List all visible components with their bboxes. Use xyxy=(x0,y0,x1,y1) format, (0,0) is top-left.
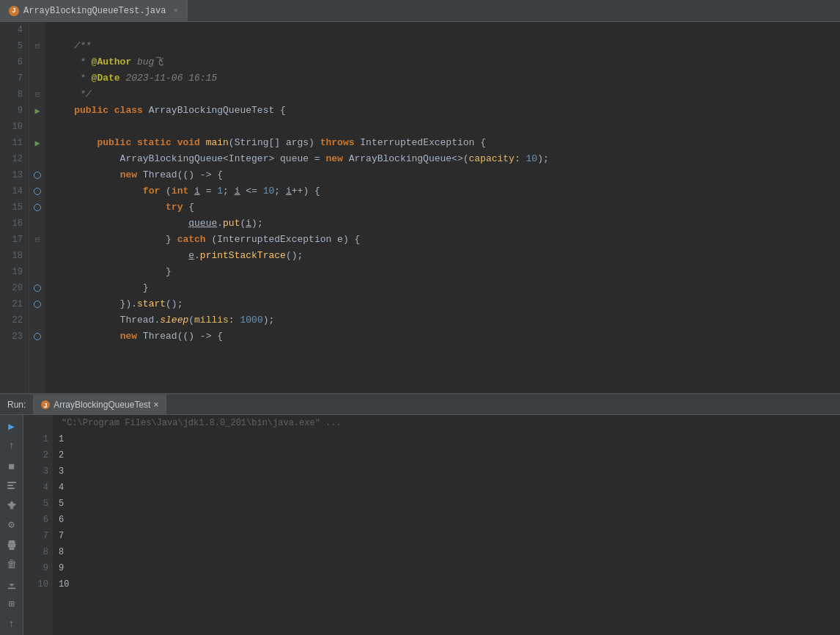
run-tab[interactable]: J ArrayBlockingQueueTest × xyxy=(33,394,166,414)
run-content: ▶ ↑ ◼ ⚙ xyxy=(0,415,840,635)
output-line-6: 6 xyxy=(59,512,840,528)
code-line-11: public static void main(String[] args) t… xyxy=(51,135,840,151)
code-line-12: ArrayBlockingQueue<Integer> queue = new … xyxy=(51,151,840,167)
code-line-18: e.printStackTrace(); xyxy=(51,248,840,264)
output-content: "C:\Program Files\Java\jdk1.8.0_201\bin\… xyxy=(53,415,840,635)
java-run-icon: J xyxy=(40,400,51,410)
breakpoint-15[interactable] xyxy=(34,204,41,211)
gutter: ⊟ ⊟ ▶ ▶ ⊟ xyxy=(29,22,45,393)
code-line-9: public class ArrayBlockingQueueTest { xyxy=(51,103,840,119)
svg-rect-6 xyxy=(9,547,14,550)
code-line-19: } xyxy=(51,264,840,280)
editor-tab[interactable]: J ArrayBlockingQueueTest.java × xyxy=(0,0,188,21)
output-path-line: "C:\Program Files\Java\jdk1.8.0_201\bin\… xyxy=(59,415,840,431)
run-tab-label: ArrayBlockingQueueTest xyxy=(54,400,150,410)
stop-button[interactable]: ◼ xyxy=(4,459,19,473)
code-line-22: Thread.sleep(millis: 1000); xyxy=(51,312,840,328)
up-button[interactable]: ↑ xyxy=(4,439,19,453)
output-line-7: 7 xyxy=(59,528,840,544)
run-panel: Run: J ArrayBlockingQueueTest × ▶ ↑ ◼ xyxy=(0,393,840,635)
run-button[interactable]: ▶ xyxy=(4,419,19,433)
code-line-23: new Thread(() -> { xyxy=(51,328,840,345)
output-line-10: 10 xyxy=(59,576,840,592)
breakpoint-23[interactable] xyxy=(34,333,41,340)
code-line-15: try { xyxy=(51,199,840,216)
settings-button[interactable]: ⚙ xyxy=(4,518,19,532)
code-container: 4 5 6 7 8 9 10 11 12 13 14 15 16 17 18 1… xyxy=(0,22,840,393)
svg-rect-7 xyxy=(7,587,15,589)
breakpoint-21[interactable] xyxy=(34,301,41,308)
grid-button[interactable]: ⊞ xyxy=(4,597,19,611)
output-line-4: 4 xyxy=(59,480,840,496)
code-line-6: * @Author bug飞 xyxy=(51,54,840,70)
print-button[interactable] xyxy=(4,537,19,551)
svg-rect-3 xyxy=(7,485,13,486)
output-line-8: 8 xyxy=(59,544,840,560)
run-output: 1 2 3 4 5 6 7 8 9 10 "C:\Program Files\J… xyxy=(23,415,840,635)
svg-rect-4 xyxy=(7,488,15,489)
run-tab-bar: Run: J ArrayBlockingQueueTest × xyxy=(0,394,840,415)
code-line-14: for (int i = 1; i <= 10; i++) { xyxy=(51,183,840,199)
pin-button[interactable] xyxy=(4,499,19,513)
svg-rect-5 xyxy=(8,540,15,543)
code-line-8: */ xyxy=(51,87,840,103)
breakpoint-14[interactable] xyxy=(34,188,41,195)
code-line-13: new Thread(() -> { xyxy=(51,167,840,183)
editor-area: 4 5 6 7 8 9 10 11 12 13 14 15 16 17 18 1… xyxy=(0,22,840,635)
output-line-5: 5 xyxy=(59,496,840,512)
code-line-20: } xyxy=(51,280,840,296)
fold-icon-17[interactable]: ⊟ xyxy=(35,235,40,244)
code-line-16: queue.put(i); xyxy=(51,216,840,232)
svg-text:J: J xyxy=(44,402,48,409)
line-numbers: 4 5 6 7 8 9 10 11 12 13 14 15 16 17 18 1… xyxy=(0,22,29,393)
output-line-2: 2 xyxy=(59,447,840,463)
fold-icon-8[interactable]: ⊟ xyxy=(35,90,40,99)
code-line-21: }).start(); xyxy=(51,296,840,312)
output-line-9: 9 xyxy=(59,560,840,576)
run-gutter-icon-11[interactable]: ▶ xyxy=(34,138,40,149)
tab-label: ArrayBlockingQueueTest.java xyxy=(23,6,166,16)
close-run-button[interactable]: ↑ xyxy=(4,617,19,631)
breakpoint-13[interactable] xyxy=(34,172,41,179)
breakpoint-20[interactable] xyxy=(34,285,41,292)
run-tab-close[interactable]: × xyxy=(153,400,158,410)
delete-button[interactable]: 🗑 xyxy=(4,557,19,571)
run-gutter-icon-9[interactable]: ▶ xyxy=(34,106,40,117)
output-line-1: 1 xyxy=(59,431,840,447)
scroll-lock-button[interactable] xyxy=(4,479,19,493)
fold-icon-5[interactable]: ⊟ xyxy=(35,42,40,51)
tab-close-button[interactable]: × xyxy=(173,7,178,15)
import-button[interactable] xyxy=(4,577,19,591)
java-file-icon: J xyxy=(9,6,19,16)
output-line-3: 3 xyxy=(59,463,840,480)
code-line-17: } catch (InterruptedException e) { xyxy=(51,232,840,248)
code-line-10 xyxy=(51,119,840,135)
code-line-7: * @Date 2023-11-06 16:15 xyxy=(51,70,840,87)
tab-bar: J ArrayBlockingQueueTest.java × xyxy=(0,0,840,22)
svg-rect-2 xyxy=(7,482,16,483)
code-line-4 xyxy=(51,22,840,38)
code-editor[interactable]: /** * @Author bug飞 * @Date 2023-11-06 16… xyxy=(45,22,840,393)
run-label: Run: xyxy=(0,400,33,410)
code-line-5: /** xyxy=(51,38,840,54)
run-toolbar: ▶ ↑ ◼ ⚙ xyxy=(0,415,23,635)
output-line-numbers: 1 2 3 4 5 6 7 8 9 10 xyxy=(23,415,53,635)
